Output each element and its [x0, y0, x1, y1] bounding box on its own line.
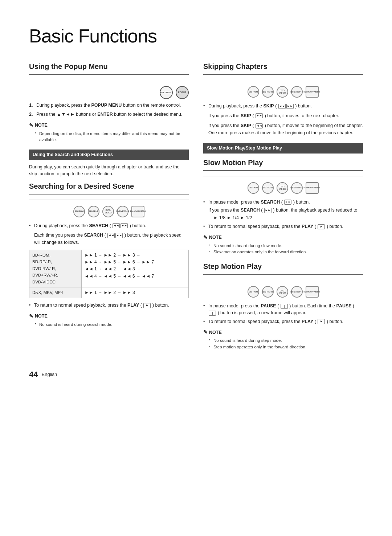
dvd-rw-step: DVD+RW/+R: [291, 286, 303, 298]
skip-fwd-icon2: ►►: [256, 113, 263, 118]
dvd-rw-icon: DVD+RW/+R: [117, 206, 128, 217]
skip-section: Skipping Chapters BD-ROM BD-RE/-R DVD-VI…: [203, 61, 363, 136]
skip-title: Skipping Chapters: [203, 61, 363, 75]
play-icon-slow: ►: [318, 224, 325, 229]
disc-icons-skip: BD-ROM BD-RE/-R DVD-VIDEO DVD+RW/+R DivX…: [203, 86, 363, 98]
disc-icons-slow: BD-ROM BD-RE/-R DVD-VIDEO DVD+RW/+R DivX…: [203, 182, 363, 194]
play-icon: ►: [143, 303, 151, 308]
bd-rom-step: BD-ROM: [248, 286, 259, 298]
popup-menu-icon: POPUP: [176, 86, 189, 99]
dvd-rw-icon-r: DVD+RW/+R: [291, 86, 303, 98]
left-column: Using the Popup Menu TITLEMENU POPUP 1. …: [29, 61, 189, 354]
step-note: ✎ NOTE No sound is heard during step mod…: [203, 328, 363, 350]
popup-menu-title: Using the Popup Menu: [29, 61, 189, 75]
skip-back-icon: ◄◄: [278, 104, 286, 109]
page-title: Basic Functions: [29, 22, 363, 50]
table-cell-values1: ►► 1 → ►► 2 → ►► 3 → ►► 4 → ►► 5 → ►► 6 …: [82, 250, 189, 287]
popup-menu-section: Using the Popup Menu TITLEMENU POPUP 1. …: [29, 61, 189, 143]
bd-rom-slow: BD-ROM: [248, 182, 259, 194]
pencil-icon: ✎: [29, 122, 33, 129]
slow-note-item1: No sound is heard during slow mode.: [209, 243, 363, 249]
search-speed-table: BD-ROM,BD-RE/-R,DVD-RW/-R,DVD+RW/+R,DVD-…: [29, 250, 189, 298]
pause-icon2: ‖: [209, 311, 216, 316]
dvd-rw-slow: DVD+RW/+R: [291, 182, 303, 194]
slow-motion-title: Slow Motion Play: [203, 157, 363, 171]
divx-slow: DivX/MKV/MP4: [306, 182, 319, 194]
ffwd-icon: ►►: [121, 223, 128, 228]
bd-re-slow: BD-RE/-R: [262, 182, 274, 194]
slow-note-item2: Slow motion operates only in the forward…: [209, 249, 363, 255]
search-bullet3: To return to normal speed playback, pres…: [29, 302, 189, 309]
skip-para2: If you press the SKIP ( ◄◄ ) button, it …: [203, 122, 363, 136]
slow-note: ✎ NOTE No sound is heard during slow mod…: [203, 234, 363, 255]
table-cell-label2: DivX, MKV, MP4: [29, 287, 82, 298]
page-footer: 44 English: [29, 368, 363, 380]
dvd-vid-step: DVD-VIDEO: [277, 286, 288, 298]
search-note-item1: No sound is heard during search mode.: [35, 322, 189, 328]
divx-icon: DivX/MKV/MP4: [131, 206, 144, 217]
step-note-item1: No sound is heard during step mode.: [209, 337, 363, 344]
step-bullet1: In pause mode, press the PAUSE ( ‖ ) but…: [203, 303, 363, 316]
fwd-icon-slow: ►►: [284, 200, 291, 205]
dvd-video-icon: DVD-VIDEO: [102, 206, 114, 217]
table-cell-label1: BD-ROM,BD-RE/-R,DVD-RW/-R,DVD+RW/+R,DVD-…: [29, 250, 82, 287]
bd-rom-icon: BD-ROM: [73, 206, 85, 217]
pencil-icon3: ✎: [203, 234, 208, 241]
disc-icons-search: BD-ROM BD-RE/-R DVD-VIDEO DVD+RW/+R DivX…: [29, 206, 189, 217]
fwd-icon-slow2: ►►: [264, 208, 271, 213]
skip-fwd-icon: ►►: [286, 104, 294, 109]
search-title: Searching for a Desired Scene: [29, 181, 189, 195]
bd-re-r-icon: BD-RE/-R: [88, 206, 99, 217]
divx-icon-r: DivX/MKV/MP4: [306, 86, 319, 98]
divx-step: DivX/MKV/MP4: [306, 286, 319, 298]
slow-speed-text: ► 1/8 ► 1/4 ► 1/2: [208, 214, 363, 221]
step-motion-title: Step Motion Play: [203, 261, 363, 275]
skip-bullet1: During playback, press the SKIP ( ◄◄►► )…: [203, 103, 363, 110]
slow-bullet2: To return to normal speed playback, pres…: [203, 223, 363, 230]
search-note: ✎ NOTE No sound is heard during search m…: [29, 312, 189, 328]
step-2: 2. Press the ▲▼◄► buttons or ENTER butto…: [29, 111, 189, 118]
right-column: Skipping Chapters BD-ROM BD-RE/-R DVD-VI…: [203, 61, 363, 354]
slow-motion-section: Slow Motion Play BD-ROM BD-RE/-R DVD-VID…: [203, 157, 363, 255]
title-menu-icon: TITLEMENU: [160, 86, 173, 99]
disc-icons-step: BD-ROM BD-RE/-R DVD-VIDEO DVD+RW/+R DivX…: [203, 286, 363, 298]
rewind-icon: ◄◄: [113, 223, 120, 228]
play-icon-step: ►: [318, 319, 325, 324]
search-bullet1: During playback, press the SEARCH ( ◄◄►►…: [29, 222, 189, 229]
table-cell-values2: ►► 1 → ►► 2 → ►► 3: [82, 287, 189, 298]
pencil-icon2: ✎: [29, 312, 33, 320]
search-skip-bar: Using the Search and Skip Functions: [29, 150, 189, 160]
slow-bullet1: In pause mode, press the SEARCH ( ►► ) b…: [203, 199, 363, 221]
dvd-vid-slow: DVD-VIDEO: [277, 182, 288, 194]
search-section: Searching for a Desired Scene BD-ROM BD-…: [29, 181, 189, 328]
step-bullet2: To return to normal speed playback, pres…: [203, 318, 363, 325]
step-motion-section: Step Motion Play BD-ROM BD-RE/-R DVD-VID…: [203, 261, 363, 350]
pencil-icon4: ✎: [203, 328, 208, 336]
slow-step-bar: Slow Motion Play/Step Motion Play: [203, 143, 363, 154]
ffwd-icon2: ►►: [115, 233, 123, 238]
search-skip-body: During play, you can search quickly thro…: [29, 164, 189, 178]
pause-icon: ‖: [281, 304, 288, 309]
step-note-item2: Step motion operates only in the forward…: [209, 344, 363, 350]
bd-rom-icon-r: BD-ROM: [248, 86, 259, 98]
skip-para1: If you press the SKIP ( ►► ) button, it …: [203, 112, 363, 119]
bd-re-r-icon-r: BD-RE/-R: [262, 86, 274, 98]
rewind-icon2: ◄◄: [107, 233, 115, 238]
dvd-video-icon-r: DVD-VIDEO: [277, 86, 288, 98]
step-1: 1. During playback, press the POPUP MENU…: [29, 102, 189, 109]
bd-re-step: BD-RE/-R: [262, 286, 274, 298]
page-language: English: [41, 371, 57, 378]
page-number: 44: [29, 368, 38, 380]
popup-note: ✎ NOTE Depending on the disc, the menu i…: [29, 122, 189, 143]
skip-back-icon2: ◄◄: [256, 123, 263, 128]
popup-menu-steps: 1. During playback, press the POPUP MENU…: [29, 102, 189, 118]
